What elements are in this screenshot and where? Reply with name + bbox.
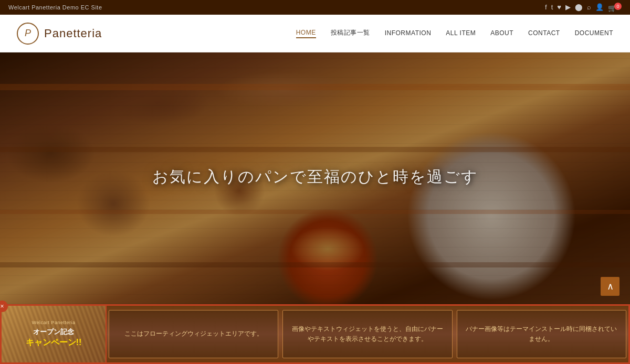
- logo-text: Panetteria: [44, 27, 102, 40]
- user-icon[interactable]: 👤: [595, 3, 604, 11]
- campaign-banner: Welcart Panetteria オープン記念 キャンペーン!!: [2, 306, 107, 362]
- cart-icon[interactable]: 🛒0: [608, 3, 622, 12]
- facebook-icon[interactable]: f: [545, 3, 547, 11]
- navigation: HOME 投稿記事一覧 INFORMATION ALL ITEM ABOUT C…: [296, 28, 613, 38]
- nav-contact[interactable]: CONTACT: [528, 29, 560, 38]
- twitter-icon[interactable]: t: [551, 3, 553, 11]
- campaign-site-name: Welcart Panetteria: [26, 320, 82, 325]
- site-title: Welcart Panetteria Demo EC Site: [8, 4, 102, 10]
- social-icons: f t ♥ ▶ ⬤ ⌕ 👤 🛒0: [545, 3, 622, 12]
- header: P Panetteria HOME 投稿記事一覧 INFORMATION ALL…: [0, 15, 630, 52]
- nav-information[interactable]: INFORMATION: [385, 29, 432, 38]
- widget-cell-2: 画像やテキストウィジェットを使うと、自由にバナーやテキストを表示させることができ…: [282, 310, 452, 358]
- youtube-icon[interactable]: ▶: [565, 3, 571, 11]
- nav-home[interactable]: HOME: [296, 29, 316, 38]
- nav-about[interactable]: ABOUT: [490, 29, 513, 38]
- search-icon[interactable]: ⌕: [587, 3, 591, 11]
- floating-widget-bar: × Welcart Panetteria オープン記念 キャンペーン!! ここは…: [0, 304, 630, 364]
- cart-badge: 0: [614, 3, 622, 10]
- scroll-up-button[interactable]: ∧: [601, 277, 620, 296]
- widget-cell-1: ここはフローティングウィジェットエリアです。: [109, 310, 278, 358]
- instagram-icon[interactable]: ♥: [557, 3, 561, 11]
- line-icon[interactable]: ⬤: [575, 3, 583, 11]
- widget-text-1: ここはフローティングウィジェットエリアです。: [124, 329, 263, 339]
- widget-cell-3: バナー画像等はテーマインストール時に同梱されていません。: [457, 310, 626, 358]
- nav-all-item[interactable]: ALL ITEM: [446, 29, 476, 38]
- campaign-sub: キャンペーン!!: [26, 337, 82, 348]
- hero-section: お気に入りのパンで至福のひと時を過ごす ∧: [0, 52, 630, 304]
- logo-icon: P: [17, 23, 39, 45]
- top-bar: Welcart Panetteria Demo EC Site f t ♥ ▶ …: [0, 0, 630, 15]
- nav-posts[interactable]: 投稿記事一覧: [331, 28, 370, 38]
- widget-text-3: バナー画像等はテーマインストール時に同梱されていません。: [466, 324, 617, 344]
- nav-document[interactable]: DOCUMENT: [575, 29, 613, 38]
- logo-area[interactable]: P Panetteria: [17, 23, 102, 45]
- campaign-main: オープン記念: [26, 327, 82, 337]
- hero-tagline: お気に入りのパンで至福のひと時を過ごす: [152, 166, 478, 188]
- widget-text-2: 画像やテキストウィジェットを使うと、自由にバナーやテキストを表示させることができ…: [291, 324, 443, 344]
